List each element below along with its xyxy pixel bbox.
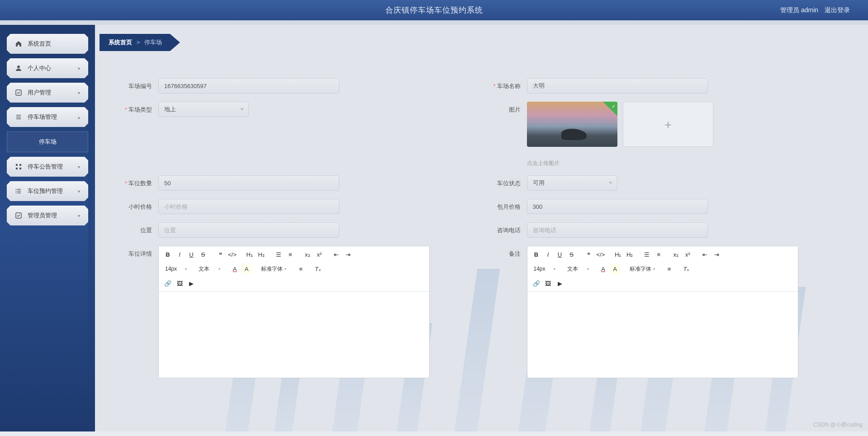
font-size-select[interactable]: 14px [531, 263, 558, 274]
sidebar-item-users[interactable]: 用户管理 ▾ [7, 83, 88, 103]
name-input[interactable] [527, 78, 708, 94]
h2-icon[interactable]: H₂ [256, 249, 267, 260]
ol-icon[interactable]: ☰ [273, 249, 284, 260]
indent-icon[interactable]: ⇥ [343, 249, 354, 260]
svg-rect-4 [16, 168, 18, 169]
sidebar-item-parking[interactable]: 停车场管理 ▴ [7, 107, 88, 127]
h2-icon[interactable]: H₂ [624, 249, 635, 260]
bg-color-icon[interactable]: A [610, 263, 621, 274]
sidebar-item-admin[interactable]: 管理员管理 ▾ [7, 206, 88, 225]
sup-icon[interactable]: x² [314, 249, 325, 260]
chevron-down-icon: ▾ [78, 66, 80, 71]
watermark: CSDN @小蔡coding [813, 421, 863, 429]
outdent-icon[interactable]: ⇤ [699, 249, 710, 260]
sup-icon[interactable]: x² [682, 249, 693, 260]
remark-editor: B I U S ❝ </> H₁ H₂ ☰ [527, 246, 798, 378]
hour-price-input[interactable] [158, 199, 339, 214]
label-phone: 咨询电话 [482, 222, 527, 234]
sidebar-item-label: 用户管理 [28, 89, 51, 97]
admin-label[interactable]: 管理员 admin [780, 6, 818, 14]
breadcrumb-home[interactable]: 系统首页 [109, 39, 132, 46]
chevron-down-icon: ▾ [78, 164, 80, 169]
bold-icon[interactable]: B [162, 249, 173, 260]
label-month-price: 包月价格 [482, 199, 527, 211]
italic-icon[interactable]: I [174, 249, 185, 260]
ol-icon[interactable]: ☰ [641, 249, 652, 260]
indent-icon[interactable]: ⇥ [711, 249, 722, 260]
strike-icon[interactable]: S [198, 249, 209, 260]
quote-icon[interactable]: ❝ [215, 249, 226, 260]
label-image: 图片 [482, 102, 527, 114]
bold-icon[interactable]: B [531, 249, 542, 260]
label-detail: 车位详情 [113, 246, 158, 258]
count-input[interactable] [158, 175, 339, 191]
list-icon [15, 188, 22, 195]
link-icon[interactable]: 🔗 [531, 278, 542, 289]
sidebar-item-home[interactable]: 系统首页 [7, 34, 88, 54]
logout-link[interactable]: 退出登录 [825, 6, 850, 14]
sidebar-item-reservation[interactable]: 车位预约管理 ▾ [7, 181, 88, 201]
link-icon[interactable]: 🔗 [162, 278, 173, 289]
chevron-up-icon: ▴ [78, 115, 80, 120]
sidebar-item-label: 管理员管理 [28, 211, 57, 220]
number-input[interactable] [158, 78, 339, 94]
image-icon[interactable]: 🖼 [174, 278, 185, 289]
image-icon[interactable]: 🖼 [543, 278, 554, 289]
phone-input[interactable] [527, 222, 708, 238]
label-hour-price: 小时价格 [113, 199, 158, 211]
italic-icon[interactable]: I [543, 249, 554, 260]
image-upload-tip: 点击上传图片 [527, 159, 713, 167]
chevron-down-icon: ▾ [78, 189, 80, 194]
sidebar-item-notice[interactable]: 停车公告管理 ▾ [7, 157, 88, 177]
font-family-select[interactable]: 标准字体 [258, 263, 289, 274]
sub-icon[interactable]: x₂ [302, 249, 313, 260]
quote-icon[interactable]: ❝ [583, 249, 594, 260]
sidebar-item-label: 系统首页 [28, 40, 51, 48]
underline-icon[interactable]: U [555, 249, 565, 260]
type-select[interactable]: 地上 [158, 102, 249, 117]
detail-editor-body[interactable] [159, 292, 429, 378]
add-image-button[interactable]: ＋ [623, 102, 713, 147]
font-color-icon[interactable]: A [229, 263, 240, 274]
video-icon[interactable]: ▶ [555, 278, 565, 289]
h1-icon[interactable]: H₁ [244, 249, 255, 260]
ul-icon[interactable]: ≡ [285, 249, 296, 260]
font-color-icon[interactable]: A [598, 263, 609, 274]
text-type-select[interactable]: 文本 [564, 263, 592, 274]
clear-format-icon[interactable]: Tₓ [681, 263, 692, 274]
bg-color-icon[interactable]: A [241, 263, 252, 274]
video-icon[interactable]: ▶ [186, 278, 197, 289]
label-number: 车场编号 [113, 78, 158, 90]
align-icon[interactable]: ≡ [664, 263, 675, 274]
sidebar: 系统首页 个人中心 ▾ 用户管理 ▾ 停车场管理 ▴ 停车场 停车公告管理 ▾ … [0, 25, 95, 431]
check-icon [15, 89, 22, 96]
grid-icon [15, 163, 22, 170]
sidebar-subitem-parking-lot[interactable]: 停车场 [7, 131, 88, 152]
sidebar-item-label: 车位预约管理 [28, 187, 63, 195]
sidebar-item-label: 停车公告管理 [28, 163, 63, 171]
form: 车场编号 *车场名称 *车场类型 地上 图片 [95, 65, 868, 378]
location-input[interactable] [158, 222, 339, 238]
breadcrumb-sep: > [137, 39, 140, 46]
h1-icon[interactable]: H₁ [612, 249, 623, 260]
sidebar-item-profile[interactable]: 个人中心 ▾ [7, 58, 88, 78]
month-price-input[interactable] [527, 199, 708, 214]
align-icon[interactable]: ≡ [295, 263, 306, 274]
code-icon[interactable]: </> [227, 249, 238, 260]
font-size-select[interactable]: 14px [162, 263, 190, 274]
sub-icon[interactable]: x₂ [670, 249, 681, 260]
strike-icon[interactable]: S [566, 249, 577, 260]
breadcrumb: 系统首页 > 停车场 [100, 34, 180, 51]
clear-format-icon[interactable]: Tₓ [313, 263, 323, 274]
menu-icon [15, 113, 22, 121]
text-type-select[interactable]: 文本 [196, 263, 223, 274]
outdent-icon[interactable]: ⇤ [331, 249, 342, 260]
label-remark: 备注 [482, 246, 527, 258]
remark-editor-body[interactable] [527, 292, 798, 378]
underline-icon[interactable]: U [186, 249, 197, 260]
ul-icon[interactable]: ≡ [653, 249, 664, 260]
code-icon[interactable]: </> [595, 249, 607, 260]
status-select[interactable]: 可用 [527, 175, 617, 191]
uploaded-image-thumb[interactable]: ✓ [527, 102, 617, 147]
font-family-select[interactable]: 标准字体 [627, 263, 658, 274]
